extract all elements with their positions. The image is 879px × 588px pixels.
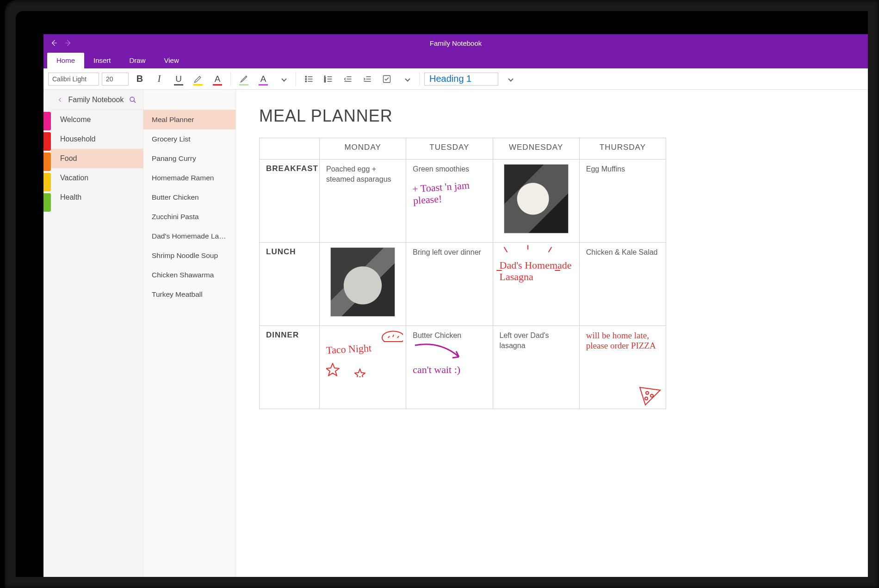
row-header: DINNER bbox=[260, 326, 320, 409]
font-name-combobox[interactable]: Calibri Light bbox=[48, 73, 99, 86]
section-item[interactable]: Household bbox=[51, 129, 143, 149]
meal-cell[interactable]: Dad's Homemade Lasagna bbox=[493, 243, 579, 326]
column-header: TUESDAY bbox=[406, 138, 493, 159]
tab-home[interactable]: Home bbox=[47, 53, 84, 68]
svg-point-7 bbox=[130, 97, 134, 101]
cell-text: Green smoothies bbox=[413, 164, 486, 174]
page-item[interactable]: Zucchini Pasta bbox=[143, 207, 235, 227]
pizza-doodle-icon bbox=[636, 384, 664, 407]
cell-text: Poached egg + steamed asparagus bbox=[326, 164, 399, 184]
page-item[interactable]: Chicken Shawarma bbox=[143, 265, 235, 285]
highlight-button[interactable] bbox=[190, 71, 206, 87]
meal-cell[interactable]: Left over Dad's lasagna bbox=[493, 326, 579, 409]
numbered-list-button[interactable]: 123 bbox=[320, 71, 337, 87]
page-item[interactable]: Grocery List bbox=[143, 129, 235, 149]
svg-point-0 bbox=[305, 76, 307, 77]
section-color-tab[interactable] bbox=[43, 193, 51, 212]
table-row: DINNER Taco Night bbox=[260, 326, 666, 409]
separator bbox=[296, 72, 296, 86]
device-bezel: Family Notebook Home Insert Draw View Ca… bbox=[16, 11, 868, 577]
tab-insert[interactable]: Insert bbox=[84, 53, 120, 68]
page-item[interactable]: Dad's Homemade Lasa... bbox=[143, 227, 235, 246]
ribbon-tabs: Home Insert Draw View bbox=[43, 52, 868, 68]
meal-cell[interactable]: Butter Chicken can't wait :) bbox=[406, 326, 493, 409]
section-list: Family Notebook Welcome Household Food V… bbox=[51, 90, 143, 577]
section-color-tab[interactable] bbox=[43, 112, 51, 130]
bold-button[interactable]: B bbox=[131, 71, 148, 87]
svg-point-10 bbox=[645, 397, 648, 400]
column-header: WEDNESDAY bbox=[493, 138, 579, 159]
page-title[interactable]: MEAL PLANNER bbox=[259, 106, 868, 126]
window-title: Family Notebook bbox=[43, 39, 868, 47]
table-header-row: MONDAY TUESDAY WEDNESDAY THURSDAY bbox=[260, 138, 666, 159]
notebook-name[interactable]: Family Notebook bbox=[63, 96, 129, 104]
notebook-back-icon[interactable] bbox=[57, 97, 63, 103]
bulleted-list-button[interactable] bbox=[301, 71, 317, 87]
title-bar: Family Notebook bbox=[43, 34, 868, 52]
paragraph-more-dropdown[interactable] bbox=[398, 71, 415, 87]
section-color-tab[interactable] bbox=[43, 173, 51, 191]
separator bbox=[230, 72, 231, 86]
svg-point-8 bbox=[646, 392, 649, 394]
cell-text: Bring left over dinner bbox=[413, 247, 486, 257]
cell-text: Left over Dad's lasagna bbox=[500, 331, 573, 350]
section-item[interactable]: Health bbox=[51, 188, 143, 207]
ink-color-button[interactable]: A bbox=[255, 71, 272, 87]
onenote-app: Family Notebook Home Insert Draw View Ca… bbox=[43, 34, 868, 577]
page-item[interactable]: Butter Chicken bbox=[143, 188, 235, 207]
section-color-tab[interactable] bbox=[43, 153, 51, 171]
font-more-dropdown[interactable] bbox=[274, 71, 291, 87]
arrow-doodle-icon bbox=[413, 341, 468, 364]
page-list: Meal Planner Grocery List Panang Curry H… bbox=[143, 90, 236, 577]
section-color-tab[interactable] bbox=[43, 132, 51, 151]
food-photo bbox=[504, 164, 569, 233]
star-doodle-icon bbox=[326, 354, 386, 377]
meal-cell[interactable]: Bring left over dinner bbox=[406, 243, 493, 326]
page-item[interactable]: Shrimp Noodle Soup bbox=[143, 246, 235, 265]
font-color-button[interactable]: A bbox=[209, 71, 226, 87]
workspace: Family Notebook Welcome Household Food V… bbox=[43, 90, 868, 577]
meal-cell[interactable] bbox=[493, 159, 579, 243]
meal-planner-table[interactable]: MONDAY TUESDAY WEDNESDAY THURSDAY BREAKF… bbox=[259, 138, 666, 409]
meal-cell[interactable]: Egg Muffins bbox=[579, 159, 666, 243]
table-corner-cell bbox=[260, 138, 320, 159]
table-row: BREAKFAST Poached egg + steamed asparagu… bbox=[260, 159, 666, 243]
tab-draw[interactable]: Draw bbox=[120, 53, 155, 68]
section-item[interactable]: Food bbox=[51, 149, 143, 168]
style-picker-dropdown[interactable] bbox=[501, 71, 518, 87]
page-item[interactable]: Turkey Meatball bbox=[143, 285, 235, 304]
italic-button[interactable]: I bbox=[151, 71, 167, 87]
food-photo bbox=[330, 247, 395, 317]
todo-tag-button[interactable] bbox=[378, 71, 395, 87]
search-icon[interactable] bbox=[129, 96, 136, 104]
page-list-header-spacer bbox=[143, 90, 235, 110]
row-header: LUNCH bbox=[260, 243, 320, 326]
meal-cell[interactable]: will be home late, please order PIZZA bbox=[579, 326, 666, 409]
style-picker[interactable]: Heading 1 bbox=[424, 73, 498, 86]
nav-forward-button[interactable] bbox=[61, 36, 75, 50]
font-size-combobox[interactable]: 20 bbox=[102, 73, 129, 86]
meal-cell[interactable]: Poached egg + steamed asparagus bbox=[320, 159, 406, 243]
page-item[interactable]: Panang Curry bbox=[143, 149, 235, 168]
page-item[interactable]: Meal Planner bbox=[143, 110, 235, 129]
underline-button[interactable]: U bbox=[170, 71, 187, 87]
indent-button[interactable] bbox=[359, 71, 376, 87]
meal-cell[interactable]: Green smoothies + Toast 'n jam please! bbox=[406, 159, 493, 243]
tab-view[interactable]: View bbox=[155, 53, 188, 68]
meal-cell[interactable]: Chicken & Kale Salad bbox=[579, 243, 666, 326]
ink-sparkle-icon bbox=[493, 243, 563, 312]
ink-annotation: can't wait :) bbox=[413, 364, 486, 375]
page-canvas[interactable]: MEAL PLANNER MONDAY TUESDAY WEDNESDAY TH… bbox=[236, 90, 868, 577]
page-item[interactable]: Homemade Ramen bbox=[143, 168, 235, 188]
clear-formatting-button[interactable] bbox=[235, 71, 252, 87]
ink-annotation: will be home late, please order PIZZA bbox=[586, 331, 659, 351]
section-item[interactable]: Welcome bbox=[51, 110, 143, 129]
separator bbox=[419, 72, 420, 86]
outdent-button[interactable] bbox=[340, 71, 356, 87]
device-frame: Family Notebook Home Insert Draw View Ca… bbox=[5, 0, 879, 588]
meal-cell[interactable]: Taco Night bbox=[320, 326, 406, 409]
meal-cell[interactable] bbox=[320, 243, 406, 326]
cell-text: Chicken & Kale Salad bbox=[586, 247, 659, 257]
nav-back-button[interactable] bbox=[47, 36, 61, 50]
section-item[interactable]: Vacation bbox=[51, 168, 143, 188]
